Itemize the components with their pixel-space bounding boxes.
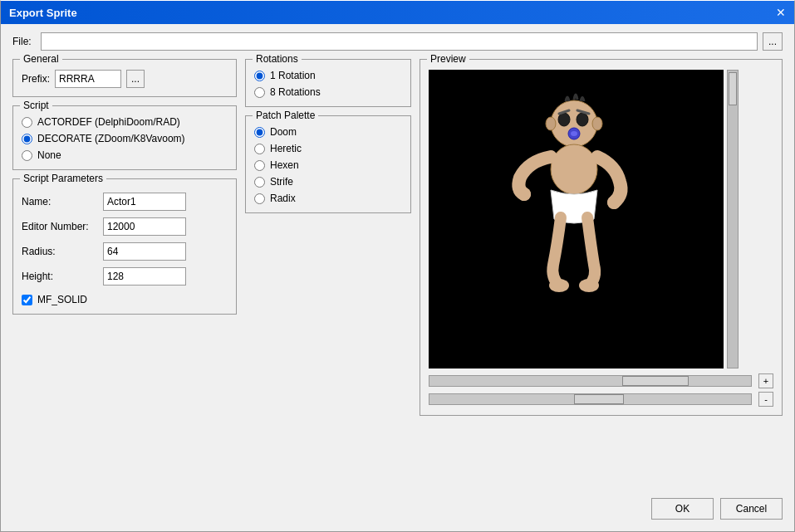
mf-solid-row: MF_SOLID [22, 294, 228, 305]
svg-point-5 [546, 117, 556, 130]
editor-number-row: Editor Number: [22, 217, 228, 236]
hslider1[interactable] [429, 375, 752, 387]
patch-palette-group: Patch Palette Doom Heretic Hexen [245, 115, 411, 213]
script-parameters-group: Script Parameters Name: Editor Number: R… [12, 178, 237, 315]
script-radio-decorate[interactable] [22, 134, 32, 144]
svg-point-9 [518, 188, 531, 201]
prefix-browse-button[interactable]: ... [126, 70, 145, 88]
palette-strife-label: Strife [270, 176, 293, 188]
script-label-decorate: DECORATE (ZDoom/K8Vavoom) [37, 133, 185, 144]
bottom-buttons: OK Cancel [651, 498, 783, 520]
svg-point-8 [551, 144, 597, 194]
general-title: General [20, 53, 62, 65]
rotation-8-label: 8 Rotations [270, 86, 321, 98]
palette-heretic[interactable]: Heretic [254, 143, 402, 154]
svg-point-6 [592, 117, 602, 130]
palette-hexen-radio[interactable] [254, 160, 265, 171]
patch-palette-title: Patch Palette [253, 110, 318, 121]
script-radio-actordef[interactable] [22, 117, 32, 128]
height-label: Height: [22, 271, 96, 282]
radius-input[interactable] [103, 242, 186, 261]
script-radio-group: ACTORDEF (DelphiDoom/RAD) DECORATE (ZDoo… [22, 116, 228, 161]
hslider2[interactable] [429, 393, 752, 405]
svg-point-4 [571, 131, 577, 136]
palette-radix-label: Radix [270, 193, 296, 204]
rotation-1-label: 1 Rotation [270, 70, 316, 81]
hslider2-row: - [429, 392, 773, 407]
name-label: Name: [22, 196, 96, 207]
prefix-row: Prefix: ... [22, 70, 228, 88]
file-label: File: [12, 36, 36, 47]
palette-doom-label: Doom [270, 126, 297, 138]
palette-radix-radio[interactable] [254, 193, 265, 204]
middle-column: Rotations 1 Rotation 8 Rotations [245, 59, 411, 416]
script-radio-none[interactable] [22, 150, 32, 161]
editor-number-input[interactable] [103, 217, 186, 236]
script-group: Script ACTORDEF (DelphiDoom/RAD) DECORAT… [12, 105, 237, 170]
radius-row: Radius: [22, 242, 228, 261]
preview-canvas [429, 70, 724, 368]
palette-hexen[interactable]: Hexen [254, 159, 402, 171]
file-browse-button[interactable]: ... [763, 32, 783, 51]
radius-label: Radius: [22, 246, 96, 257]
left-column: General Prefix: ... Script ACTORDEF (Del… [12, 59, 237, 416]
hslider2-thumb[interactable] [574, 394, 624, 404]
rotation-1[interactable]: 1 Rotation [254, 70, 402, 81]
svg-point-12 [579, 279, 599, 292]
zoom-plus-button[interactable]: + [758, 373, 773, 388]
svg-point-10 [607, 196, 621, 209]
script-option-decorate[interactable]: DECORATE (ZDoom/K8Vavoom) [22, 133, 228, 144]
hslider1-row: + [429, 373, 773, 388]
rotations-group: Rotations 1 Rotation 8 Rotations [245, 59, 411, 107]
rotation-8[interactable]: 8 Rotations [254, 86, 402, 98]
preview-group: Preview [420, 59, 783, 416]
mf-solid-checkbox[interactable] [22, 295, 32, 305]
palette-strife[interactable]: Strife [254, 176, 402, 188]
prefix-input[interactable] [55, 70, 121, 88]
close-button[interactable]: ✕ [776, 7, 786, 18]
script-option-none[interactable]: None [22, 149, 228, 161]
script-parameters-title: Script Parameters [20, 173, 106, 184]
svg-point-1 [558, 113, 570, 126]
editor-number-label: Editor Number: [22, 221, 96, 232]
palette-doom-radio[interactable] [254, 127, 265, 138]
script-option-actordef[interactable]: ACTORDEF (DelphiDoom/RAD) [22, 116, 228, 128]
content-area: General Prefix: ... Script ACTORDEF (Del… [12, 59, 783, 416]
prefix-label: Prefix: [22, 73, 50, 85]
palette-heretic-radio[interactable] [254, 144, 265, 154]
vscrollbar-thumb[interactable] [729, 72, 737, 105]
script-title: Script [20, 100, 52, 111]
general-group: General Prefix: ... [12, 59, 237, 97]
height-row: Height: [22, 267, 228, 286]
zoom-minus-button[interactable]: - [758, 392, 773, 407]
rotation-8-radio[interactable] [254, 87, 265, 98]
palette-hexen-label: Hexen [270, 159, 299, 171]
export-sprite-dialog: Export Sprite ✕ File: ... General Prefix… [0, 0, 795, 532]
palette-strife-radio[interactable] [254, 177, 265, 188]
file-row: File: ... [12, 32, 783, 51]
preview-title: Preview [427, 53, 469, 65]
title-bar: Export Sprite ✕ [1, 1, 794, 24]
name-row: Name: [22, 193, 228, 211]
script-label-none: None [37, 149, 61, 161]
cancel-button[interactable]: Cancel [720, 498, 783, 520]
dialog-title: Export Sprite [9, 7, 77, 19]
hslider1-thumb[interactable] [622, 376, 689, 386]
script-label-actordef: ACTORDEF (DelphiDoom/RAD) [37, 116, 180, 128]
name-input[interactable] [103, 193, 186, 211]
palette-heretic-label: Heretic [270, 143, 302, 154]
patch-palette-radio-group: Doom Heretic Hexen Strife [254, 126, 402, 204]
rotations-title: Rotations [253, 53, 302, 65]
palette-doom[interactable]: Doom [254, 126, 402, 138]
file-input[interactable] [41, 32, 758, 51]
svg-point-0 [551, 100, 597, 147]
palette-radix[interactable]: Radix [254, 193, 402, 204]
height-input[interactable] [103, 267, 186, 286]
svg-point-11 [549, 279, 569, 292]
preview-vscrollbar[interactable] [727, 70, 739, 368]
ok-button[interactable]: OK [651, 498, 714, 520]
preview-column: Preview [420, 59, 783, 416]
rotations-radio-group: 1 Rotation 8 Rotations [254, 70, 402, 98]
svg-point-2 [577, 113, 588, 126]
rotation-1-radio[interactable] [254, 71, 265, 81]
